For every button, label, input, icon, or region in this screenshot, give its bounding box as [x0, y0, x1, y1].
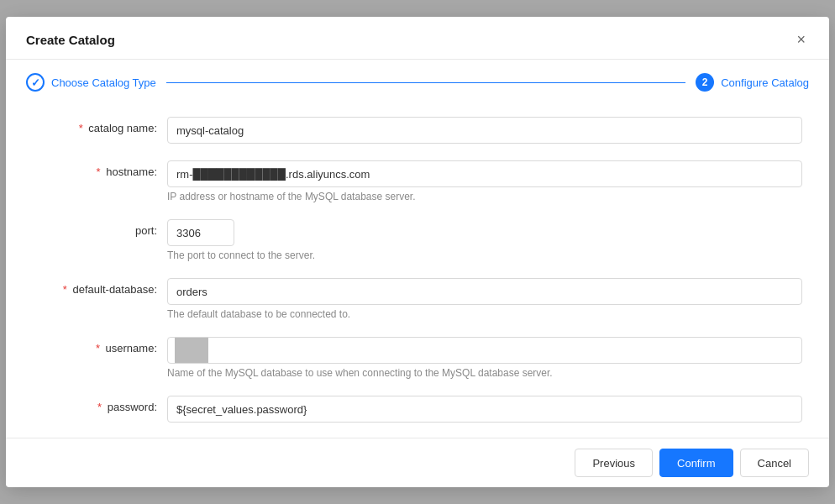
catalog-name-row: * catalog name: — [6, 108, 829, 152]
confirm-button[interactable]: Confirm — [659, 449, 733, 477]
hostname-label: * hostname: — [33, 160, 167, 178]
close-button[interactable]: × — [793, 30, 809, 49]
cancel-button[interactable]: Cancel — [740, 449, 809, 477]
hostname-hint: IP address or hostname of the MySQL data… — [167, 191, 802, 202]
default-database-input[interactable] — [167, 278, 802, 305]
password-input[interactable] — [167, 396, 802, 423]
catalog-name-label: * catalog name: — [33, 117, 167, 134]
port-label: port: — [33, 219, 167, 237]
required-star-4: * — [96, 342, 100, 354]
previous-button[interactable]: Previous — [575, 449, 653, 477]
required-star-2: * — [97, 165, 101, 178]
password-label: * password: — [33, 396, 167, 413]
step-2: 2 Configure Catalog — [696, 73, 809, 92]
step-divider — [166, 82, 685, 83]
username-hint: Name of the MySQL database to use when c… — [167, 367, 802, 379]
required-star: * — [79, 122, 83, 134]
required-star-5: * — [97, 401, 102, 413]
step-2-number: 2 — [702, 76, 708, 88]
modal-body: * catalog name: * hostname: IP address o… — [6, 102, 829, 438]
step-1-label: Choose Catalog Type — [51, 76, 156, 89]
port-input[interactable] — [167, 219, 234, 246]
default-database-row: * default-database: The default database… — [6, 270, 829, 328]
step-2-circle: 2 — [696, 73, 714, 92]
stepper: ✓ Choose Catalog Type 2 Configure Catalo… — [6, 60, 829, 102]
catalog-name-content — [167, 117, 802, 144]
default-database-label: * default-database: — [33, 278, 167, 296]
default-database-content: The default database to be connected to. — [167, 278, 802, 320]
checkmark-icon: ✓ — [31, 76, 40, 89]
username-row: * username: Name of the MySQL database t… — [6, 328, 829, 387]
step-1: ✓ Choose Catalog Type — [26, 73, 156, 92]
hostname-content: IP address or hostname of the MySQL data… — [167, 160, 802, 202]
default-database-hint: The default database to be connected to. — [167, 308, 802, 320]
password-content — [167, 396, 802, 423]
modal-header: Create Catalog × — [6, 17, 829, 60]
username-label: * username: — [33, 337, 167, 354]
password-row: * password: — [6, 387, 829, 431]
required-star-3: * — [63, 283, 67, 296]
username-input[interactable] — [167, 337, 802, 364]
modal-title: Create Catalog — [26, 33, 115, 47]
step-2-label: Configure Catalog — [721, 76, 809, 89]
catalog-name-input[interactable] — [167, 117, 802, 144]
hostname-row: * hostname: IP address or hostname of th… — [6, 152, 829, 211]
username-content: Name of the MySQL database to use when c… — [167, 337, 802, 379]
port-content: The port to connect to the server. — [167, 219, 802, 261]
port-hint: The port to connect to the server. — [167, 249, 802, 261]
hostname-input[interactable] — [167, 160, 802, 187]
create-catalog-modal: Create Catalog × ✓ Choose Catalog Type 2… — [6, 17, 829, 487]
step-1-circle: ✓ — [26, 73, 45, 92]
modal-footer: Previous Confirm Cancel — [6, 438, 829, 487]
port-row: port: The port to connect to the server. — [6, 211, 829, 270]
